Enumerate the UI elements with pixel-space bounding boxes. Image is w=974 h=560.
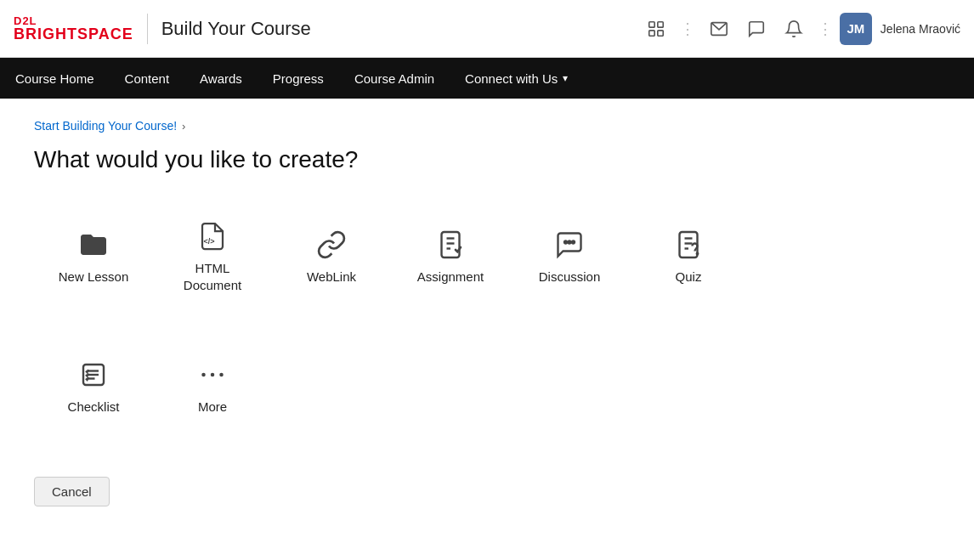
svg-rect-2 [649, 30, 654, 35]
creation-grid-row2: Checklist More [34, 341, 940, 434]
logo-brightspace: BRIGHTSPACE [14, 26, 133, 42]
svg-rect-13 [680, 232, 698, 257]
html-document-item[interactable]: </> HTMLDocument [153, 207, 272, 307]
logo-area: D2L BRIGHTSPACE [14, 15, 133, 42]
nav-item-progress[interactable]: Progress [258, 58, 339, 99]
chat-icon [747, 20, 766, 38]
quiz-label: Quiz [676, 269, 702, 286]
separator-dots-2: ⋮ [814, 20, 836, 38]
more-icon [197, 359, 228, 390]
breadcrumb-arrow: › [182, 120, 185, 133]
assignment-icon [435, 229, 466, 260]
page-title: Build Your Course [161, 18, 639, 40]
quiz-item[interactable]: Quiz [629, 207, 748, 307]
grid-icon [647, 20, 665, 38]
quiz-icon [673, 229, 704, 260]
nav-item-course-admin[interactable]: Course Admin [339, 58, 450, 99]
creation-grid-row1: New Lesson </> HTMLDocument WebLink [34, 207, 940, 307]
nav-item-connect-with-us[interactable]: Connect with Us ▾ [450, 58, 583, 99]
svg-point-12 [572, 240, 575, 243]
more-item[interactable]: More [153, 341, 272, 434]
chevron-down-icon: ▾ [563, 72, 568, 84]
html-document-icon: </> [197, 221, 228, 252]
checklist-label: Checklist [68, 399, 120, 416]
assignment-label: Assignment [417, 269, 484, 286]
more-label: More [198, 399, 227, 416]
bell-icon-button[interactable] [777, 12, 811, 46]
weblink-item[interactable]: WebLink [272, 207, 391, 307]
svg-point-23 [211, 373, 215, 377]
discussion-icon [554, 229, 585, 260]
html-document-label: HTMLDocument [184, 260, 241, 293]
new-lesson-item[interactable]: New Lesson [34, 207, 153, 307]
chat-icon-button[interactable] [739, 12, 773, 46]
content-area: Start Building Your Course! › What would… [0, 99, 974, 540]
link-icon [316, 229, 347, 260]
header-divider [147, 14, 148, 44]
discussion-item[interactable]: Discussion [510, 207, 629, 307]
discussion-label: Discussion [539, 269, 601, 286]
new-lesson-label: New Lesson [59, 269, 129, 286]
breadcrumb[interactable]: Start Building Your Course! › [34, 119, 940, 133]
nav-item-content[interactable]: Content [110, 58, 185, 99]
svg-point-10 [564, 240, 567, 243]
svg-rect-6 [442, 232, 460, 257]
logo: D2L BRIGHTSPACE [14, 15, 133, 42]
page-heading: What would you like to create? [34, 146, 940, 173]
svg-point-17 [697, 253, 699, 255]
svg-rect-3 [658, 30, 663, 35]
mail-icon [710, 20, 728, 38]
checklist-item[interactable]: Checklist [34, 341, 153, 434]
user-name[interactable]: Jelena Mraović [881, 22, 960, 36]
svg-rect-1 [658, 21, 663, 26]
nav-item-awards[interactable]: Awards [184, 58, 258, 99]
cancel-button[interactable]: Cancel [34, 477, 110, 506]
header: D2L BRIGHTSPACE Build Your Course ⋮ [0, 0, 974, 58]
avatar[interactable]: JM [840, 13, 872, 45]
svg-point-11 [569, 240, 571, 243]
bell-icon [784, 20, 803, 38]
checklist-icon [78, 359, 109, 390]
separator-dots-1: ⋮ [677, 20, 699, 38]
weblink-label: WebLink [307, 269, 356, 286]
svg-point-22 [201, 373, 206, 377]
svg-text:</>: </> [204, 237, 215, 246]
nav-item-course-home[interactable]: Course Home [0, 58, 110, 99]
folder-icon [78, 229, 109, 260]
nav-bar: Course Home Content Awards Progress Cour… [0, 58, 974, 99]
assignment-item[interactable]: Assignment [391, 207, 510, 307]
mail-icon-button[interactable] [702, 12, 736, 46]
header-actions: ⋮ ⋮ JM Jelena Mraović [639, 12, 960, 46]
svg-rect-0 [649, 21, 654, 26]
svg-point-24 [219, 373, 224, 377]
grid-icon-button[interactable] [639, 12, 673, 46]
